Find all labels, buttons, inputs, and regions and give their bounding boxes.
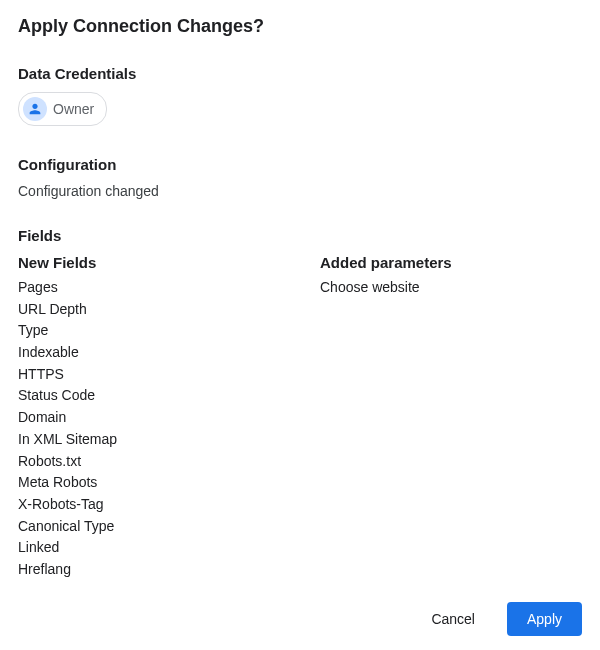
owner-label: Owner — [53, 101, 94, 117]
dialog-title: Apply Connection Changes? — [18, 16, 582, 37]
fields-heading: Fields — [18, 227, 582, 244]
list-item: In XML Sitemap — [18, 429, 280, 451]
new-fields-list: PagesURL DepthTypeIndexableHTTPSStatus C… — [18, 277, 280, 581]
list-item: Canonical Type — [18, 516, 280, 538]
person-icon — [23, 97, 47, 121]
data-credentials-section: Data Credentials Owner — [18, 65, 582, 156]
added-parameters-column: Added parameters Choose website — [320, 254, 582, 581]
dialog-button-row: Cancel Apply — [411, 602, 582, 636]
new-fields-column: New Fields PagesURL DepthTypeIndexableHT… — [18, 254, 280, 581]
configuration-heading: Configuration — [18, 156, 582, 173]
added-parameters-heading: Added parameters — [320, 254, 582, 271]
list-item: URL Depth — [18, 299, 280, 321]
owner-chip[interactable]: Owner — [18, 92, 107, 126]
list-item: Type — [18, 320, 280, 342]
cancel-button[interactable]: Cancel — [411, 602, 495, 636]
list-item: Robots.txt — [18, 451, 280, 473]
fields-section: Fields New Fields PagesURL DepthTypeInde… — [18, 227, 582, 581]
list-item: Status Code — [18, 385, 280, 407]
fields-columns: New Fields PagesURL DepthTypeIndexableHT… — [18, 254, 582, 581]
list-item: HTTPS — [18, 364, 280, 386]
list-item: Choose website — [320, 277, 582, 299]
list-item: X-Robots-Tag — [18, 494, 280, 516]
list-item: Domain — [18, 407, 280, 429]
list-item: Linked — [18, 537, 280, 559]
data-credentials-heading: Data Credentials — [18, 65, 582, 82]
new-fields-heading: New Fields — [18, 254, 280, 271]
apply-button[interactable]: Apply — [507, 602, 582, 636]
list-item: Pages — [18, 277, 280, 299]
list-item: Indexable — [18, 342, 280, 364]
list-item: Hreflang — [18, 559, 280, 581]
added-parameters-list: Choose website — [320, 277, 582, 299]
configuration-section: Configuration Configuration changed — [18, 156, 582, 199]
list-item: Meta Robots — [18, 472, 280, 494]
configuration-status: Configuration changed — [18, 183, 582, 199]
